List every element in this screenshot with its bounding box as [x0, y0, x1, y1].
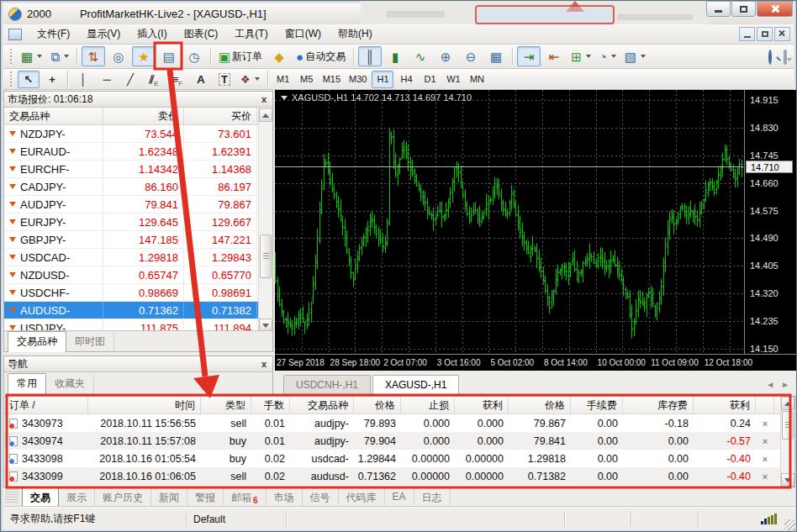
orders-column-4[interactable]: 手数	[251, 397, 290, 413]
orders-column-11[interactable]: 库存费	[623, 397, 694, 413]
order-row[interactable]: 34330982018.10.16 01:05:54buy0.02usdcad-…	[4, 450, 794, 467]
market-watch-scrollbar[interactable]	[258, 108, 272, 332]
vertical-line-button[interactable]: │	[72, 71, 94, 88]
tile-windows-button[interactable]: ▦	[484, 46, 508, 66]
orders-column-9[interactable]: 价格	[509, 397, 571, 413]
orders-column-5[interactable]: 交易品种	[290, 397, 354, 413]
scroll-thumb[interactable]	[782, 411, 794, 440]
templates-button[interactable]: ▧	[621, 46, 649, 66]
market-watch-column-1[interactable]: 交易品种	[4, 108, 103, 124]
timeframe-m5-button[interactable]: M5	[296, 71, 318, 88]
minimize-button[interactable]	[706, 1, 731, 17]
chart-shift-button[interactable]: ⇤	[542, 46, 566, 66]
price-chart-canvas[interactable]	[275, 90, 744, 354]
bar-chart-type-button[interactable]: ║	[358, 46, 382, 66]
toolbar-grip[interactable]	[10, 71, 13, 87]
chart-tab-1[interactable]: USDCNH-,H1	[283, 375, 371, 394]
market-watch-row[interactable]: EURJPY-129.645129.667	[4, 213, 272, 231]
cursor-button[interactable]: ↖	[18, 71, 40, 88]
terminal-tab-6[interactable]: 邮箱6	[224, 488, 267, 508]
terminal-grip[interactable]	[5, 489, 18, 504]
market-watch-row[interactable]: NZDUSD-0.657470.65770	[4, 266, 272, 284]
profiles-button[interactable]: ⧉	[47, 46, 72, 66]
orders-column-10[interactable]: 手续费	[571, 397, 623, 413]
orders-column-6[interactable]: 价格	[354, 397, 401, 413]
metaeditor-button[interactable]: ◆	[267, 46, 291, 66]
trendline-button[interactable]: ╱	[119, 71, 141, 88]
menu-item-5[interactable]: 工具(T)	[226, 24, 276, 44]
timeframe-h1-button[interactable]: H1	[372, 71, 393, 88]
chat-button[interactable]	[784, 51, 787, 63]
fibonacci-button[interactable]: ≡F	[166, 71, 188, 88]
tab-scroll-left-icon[interactable]: ◄	[766, 380, 774, 389]
scroll-thumb[interactable]	[260, 234, 272, 278]
zoom-out-button[interactable]: ⊖	[459, 46, 483, 66]
menu-item-1[interactable]: 文件(F)	[29, 24, 78, 44]
toolbar-grip[interactable]	[10, 49, 13, 64]
market-watch-row[interactable]: AUDUSD-0.713620.71382	[4, 302, 272, 319]
strategy-tester-button[interactable]: ◷	[182, 46, 206, 66]
new-chart-button[interactable]: ▦	[18, 46, 45, 66]
terminal-tab-4[interactable]: 新闻	[151, 488, 187, 508]
market-watch-row[interactable]: AUDJPY-79.84179.867	[4, 196, 272, 213]
navigator-button[interactable]: ★	[132, 46, 156, 66]
time-axis[interactable]: 27 Sep 201828 Sep 18:002 Oct 07:003 Oct …	[275, 354, 796, 371]
auto-scroll-button[interactable]: ⇥	[517, 46, 541, 66]
restore-button[interactable]	[731, 1, 756, 17]
market-watch-close-icon[interactable]: x	[259, 94, 269, 104]
navigator-header[interactable]: 导航 x	[4, 356, 272, 372]
orders-column-12[interactable]: 获利	[694, 397, 756, 413]
close-order-button[interactable]: ×	[756, 450, 774, 467]
line-chart-type-button[interactable]: ∿	[409, 46, 432, 66]
menu-item-7[interactable]: 帮助(H)	[330, 24, 381, 44]
zoom-in-button[interactable]: ⊕	[434, 46, 457, 66]
equidistant-channel-button[interactable]: ⫽E	[143, 71, 165, 88]
market-watch-tab-2[interactable]: 即时图	[66, 332, 114, 352]
market-watch-row[interactable]: USDCHF-0.986690.98691	[4, 284, 272, 302]
tab-scroll-right-icon[interactable]: ►	[781, 380, 789, 389]
timeframe-h4-button[interactable]: H4	[395, 71, 417, 88]
navigator-close-icon[interactable]: x	[259, 359, 269, 369]
indicators-button[interactable]: ⊞	[567, 46, 594, 66]
order-row[interactable]: 34309732018.10.11 15:56:55sell0.01audjpy…	[4, 414, 794, 432]
market-watch-header[interactable]: 市场报价: 01:06:18 x	[4, 92, 272, 108]
text-label-button[interactable]: T	[214, 71, 235, 88]
new-order-button[interactable]: ▣新订单	[215, 46, 266, 66]
menu-item-3[interactable]: 插入(I)	[129, 24, 175, 44]
orders-column-3[interactable]: 类型	[201, 397, 251, 413]
terminal-tab-2[interactable]: 展示	[59, 488, 95, 508]
timeframe-m30-button[interactable]: M30	[346, 71, 370, 88]
navigator-tab-1[interactable]: 常用	[8, 373, 46, 394]
terminal-tab-5[interactable]: 警报	[187, 488, 224, 508]
close-button[interactable]	[757, 1, 793, 17]
timeframe-mn-button[interactable]: MN	[466, 71, 488, 88]
autotrading-button[interactable]: ●自动交易	[293, 46, 349, 66]
chart-menu-icon[interactable]	[8, 29, 22, 40]
timeframe-m15-button[interactable]: M15	[319, 71, 344, 88]
menu-item-2[interactable]: 显示(V)	[78, 24, 129, 44]
chart-tab-2[interactable]: XAGUSD-,H1	[372, 375, 459, 394]
timeframe-w1-button[interactable]: W1	[442, 71, 464, 88]
orders-column-7[interactable]: 止损	[401, 397, 455, 413]
terminal-tab-8[interactable]: 信号	[303, 488, 339, 508]
resize-grip[interactable]	[784, 519, 795, 530]
timeframe-m1-button[interactable]: M1	[272, 71, 294, 88]
status-profile[interactable]: Default	[187, 512, 287, 527]
terminal-tab-11[interactable]: 日志	[414, 488, 451, 508]
scroll-down-button[interactable]	[781, 473, 794, 487]
close-order-button[interactable]: ×	[756, 467, 774, 485]
terminal-scrollbar[interactable]	[780, 397, 794, 487]
market-watch-column-3[interactable]: 买价	[184, 108, 257, 124]
menu-item-4[interactable]: 图表(C)	[176, 24, 227, 44]
order-row[interactable]: 34330992018.10.16 01:06:05sell0.02audusd…	[4, 467, 794, 485]
market-watch-button[interactable]: ⇅	[82, 46, 105, 66]
price-axis[interactable]: 14.710 14.91514.83014.74514.66014.57514.…	[744, 90, 796, 354]
terminal-tab-9[interactable]: 代码库	[339, 488, 385, 508]
mdi-minimize-button[interactable]	[739, 27, 755, 41]
market-watch-row[interactable]: USDJPY-111.875111.894	[4, 319, 272, 331]
market-watch-row[interactable]: CADJPY-86.16086.197	[4, 178, 272, 196]
scroll-up-button[interactable]	[781, 397, 794, 410]
crosshair-button[interactable]: +	[41, 71, 63, 88]
search-button[interactable]	[768, 51, 772, 63]
close-order-button[interactable]: ×	[756, 414, 774, 432]
